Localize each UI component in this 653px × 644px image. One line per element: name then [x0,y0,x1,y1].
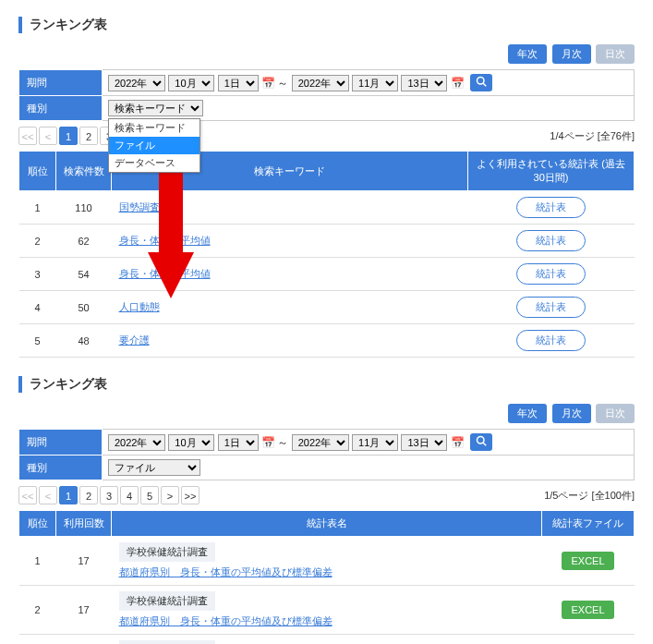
calendar-icon[interactable]: 📅 [451,77,464,90]
tab-monthly[interactable]: 月次 [552,404,591,423]
cell-count: 110 [56,191,112,225]
cell-stat-btn: 統計表 [468,291,635,324]
cell-rank: 1 [19,191,56,225]
month-to-select[interactable]: 11月 [352,75,398,91]
pager-page-1[interactable]: 1 [59,127,78,145]
survey-name-badge: 学校保健統計調査 [119,542,215,562]
year-to-select[interactable]: 2022年 [292,75,349,91]
svg-line-1 [483,83,486,86]
svg-point-0 [478,78,485,85]
cell-table-name: 学校保健統計調査都道府県別 身長・体重の平均値及び標準偏差 [112,537,542,586]
page-info: 1/4ページ [全76件] [550,129,635,143]
pager-next[interactable]: > [161,486,179,504]
period-tabs: 年次 月次 日次 [18,404,635,423]
dropdown-option-file[interactable]: ファイル [109,137,200,154]
th-used: よく利用されている統計表 (過去30日間) [468,152,635,191]
pager-page-4[interactable]: 4 [120,486,139,504]
day-to-select[interactable]: 13日 [401,75,447,91]
table-row: 316学校保健統計調査都道府県別 身長・体重の平均値及び標準偏差EXCEL [19,635,635,645]
table-row: 548要介護統計表 [19,324,635,358]
table-name-link[interactable]: 都道府県別 身長・体重の平均値及び標準偏差 [119,566,333,577]
year-from-select[interactable]: 2022年 [108,75,165,91]
day-from-select[interactable]: 1日 [218,75,259,91]
dropdown-option-keyword[interactable]: 検索キーワード [109,119,200,137]
cell-keyword: 身長・体重の平均値 [112,258,468,291]
cell-rank: 1 [19,537,56,586]
th-count: 利用回数 [56,511,112,537]
ranking-panel-1: ランキング表 年次 月次 日次 期間 2022年 10月 1日 📅 ～ 2022… [18,17,635,358]
pager-prev[interactable]: < [39,127,57,145]
pager-page-2[interactable]: 2 [79,127,98,145]
period-controls: 2022年 10月 1日 📅 ～ 2022年 11月 13日 📅 [103,430,635,456]
keyword-link[interactable]: 人口動態 [119,301,160,312]
stat-table-button[interactable]: 統計表 [516,330,586,351]
table-name-link[interactable]: 都道府県別 身長・体重の平均値及び標準偏差 [119,615,333,626]
cell-count: 62 [56,225,112,258]
tab-daily[interactable]: 日次 [596,404,635,423]
dropdown-option-database[interactable]: データベース [109,154,200,172]
calendar-icon[interactable]: 📅 [261,436,274,449]
pager-last[interactable]: >> [181,486,200,504]
keyword-link[interactable]: 身長・体重の平均値 [119,268,211,279]
survey-name-badge: 学校保健統計調査 [119,640,215,644]
type-select[interactable]: 検索キーワード [108,100,203,116]
pager-page-2[interactable]: 2 [79,486,98,504]
type-controls: 検索キーワード 検索キーワード ファイル データベース [103,96,635,121]
type-label: 種別 [19,456,103,480]
cell-rank: 2 [19,586,56,635]
month-to-select[interactable]: 11月 [352,434,398,451]
keyword-link[interactable]: 身長・体重の平均値 [119,235,211,246]
month-from-select[interactable]: 10月 [168,75,214,91]
search-icon [476,76,487,87]
day-from-select[interactable]: 1日 [218,434,259,451]
excel-button[interactable]: EXCEL [562,601,613,619]
stat-table-button[interactable]: 統計表 [516,297,586,318]
tilde: ～ [277,77,288,90]
pager-first[interactable]: << [18,486,37,504]
pager-first[interactable]: << [18,127,37,145]
cell-rank: 3 [19,635,56,645]
pager-page-5[interactable]: 5 [140,486,159,504]
tab-yearly[interactable]: 年次 [508,404,547,423]
calendar-icon[interactable]: 📅 [261,77,274,90]
tab-daily[interactable]: 日次 [596,44,635,64]
stat-table-button[interactable]: 統計表 [516,197,586,218]
pager-page-3[interactable]: 3 [100,486,118,504]
th-rank: 順位 [19,511,56,537]
cell-stat-btn: 統計表 [468,191,635,225]
calendar-icon[interactable]: 📅 [451,436,464,449]
year-to-select[interactable]: 2022年 [292,434,349,451]
pager-page-1[interactable]: 1 [59,486,78,504]
cell-rank: 2 [19,225,56,258]
type-dropdown-open: 検索キーワード ファイル データベース [108,118,200,173]
stat-table-button[interactable]: 統計表 [516,230,586,251]
cell-table-name: 学校保健統計調査都道府県別 身長・体重の平均値及び標準偏差 [112,635,542,645]
panel-title: ランキング表 [18,376,635,393]
year-from-select[interactable]: 2022年 [108,434,165,451]
cell-count: 50 [56,291,112,324]
search-button[interactable] [470,433,492,451]
cell-keyword: 要介護 [112,324,468,358]
cell-rank: 4 [19,291,56,324]
excel-button[interactable]: EXCEL [562,552,613,570]
month-from-select[interactable]: 10月 [168,434,214,451]
table-row: 217学校保健統計調査都道府県別 身長・体重の平均値及び標準偏差EXCEL [19,586,635,635]
search-button[interactable] [470,74,492,91]
tab-monthly[interactable]: 月次 [552,44,591,64]
keyword-link[interactable]: 国勢調査 [119,201,160,213]
keyword-link[interactable]: 要介護 [119,334,150,346]
cell-count: 17 [56,586,112,635]
table-row: 354身長・体重の平均値統計表 [19,258,635,291]
stat-table-button[interactable]: 統計表 [516,263,586,285]
page-info: 1/5ページ [全100件] [544,489,635,503]
cell-rank: 3 [19,258,56,291]
tab-yearly[interactable]: 年次 [508,44,547,64]
pager-prev[interactable]: < [39,486,57,504]
cell-table-name: 学校保健統計調査都道府県別 身長・体重の平均値及び標準偏差 [112,586,542,635]
cell-count: 16 [56,635,112,645]
tilde: ～ [277,436,288,449]
period-label: 期間 [19,430,103,456]
day-to-select[interactable]: 13日 [401,434,447,451]
cell-rank: 5 [19,324,56,358]
type-select[interactable]: ファイル [108,459,200,476]
